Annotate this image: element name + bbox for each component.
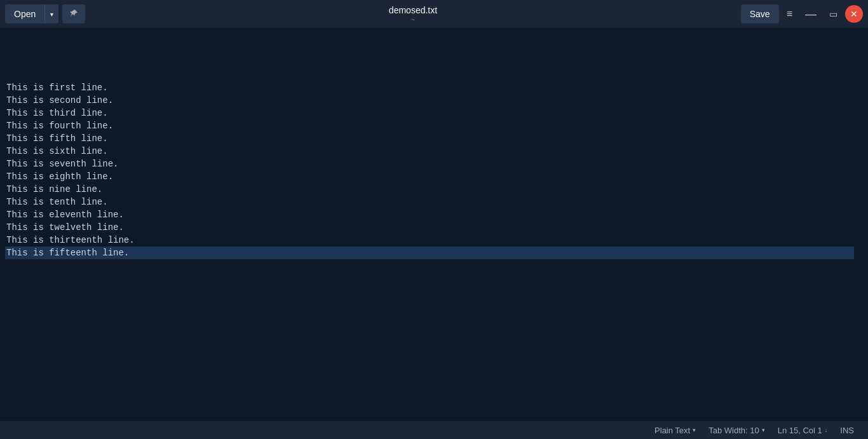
open-dropdown-button[interactable]: ▾ [44, 4, 58, 24]
window-subtitle: ~ [85, 17, 740, 24]
pin-button[interactable] [62, 4, 85, 24]
editor-line: This is second line. [5, 94, 854, 107]
tab-width-selector[interactable]: Tab Width: 10 ▾ [702, 421, 771, 439]
window-title: demosed.txt [389, 5, 437, 15]
menu-button[interactable]: ≡ [782, 4, 797, 24]
minimize-button[interactable]: — [800, 4, 822, 24]
open-button[interactable]: Open [5, 4, 44, 24]
cursor-position-label: Ln 15, Col 1 [778, 426, 822, 435]
plain-text-chevron-icon: ▾ [693, 427, 696, 433]
scrollbar[interactable] [859, 28, 868, 421]
editor-line: This is seventh line. [5, 158, 854, 170]
editor-line: This is first line. [5, 81, 854, 94]
close-button[interactable]: ✕ [845, 5, 863, 23]
maximize-button[interactable]: ▭ [824, 4, 843, 24]
plain-text-selector[interactable]: Plain Text ▾ [648, 421, 702, 439]
editor-line: This is tenth line. [5, 196, 854, 208]
cursor-position[interactable]: Ln 15, Col 1 ↓ [771, 421, 834, 439]
editor-line: This is eighth line. [5, 170, 854, 183]
text-editor[interactable]: This is first line.This is second line.T… [0, 28, 859, 421]
ins-mode-label: INS [834, 426, 860, 435]
save-button[interactable]: Save [741, 4, 779, 24]
editor-line: This is third line. [5, 107, 854, 119]
plain-text-label: Plain Text [654, 426, 690, 435]
editor-line: This is fifteenth line. [5, 247, 854, 259]
editor-line: This is fifth line. [5, 132, 854, 145]
title-center: demosed.txt ~ [85, 5, 740, 24]
editor-line: This is thirteenth line. [5, 234, 854, 247]
tab-width-chevron-icon: ▾ [762, 427, 765, 433]
window-controls: Save ≡ — ▭ ✕ [741, 4, 863, 24]
status-bar: Plain Text ▾ Tab Width: 10 ▾ Ln 15, Col … [0, 421, 868, 439]
title-bar: Open ▾ demosed.txt ~ Save ≡ — ▭ ✕ [0, 0, 868, 28]
editor-line: This is twelveth line. [5, 221, 854, 234]
editor-line: This is sixth line. [5, 145, 854, 158]
editor-lines: This is first line.This is second line.T… [5, 56, 854, 272]
editor-line [5, 259, 854, 272]
tab-width-label: Tab Width: 10 [709, 426, 759, 435]
open-button-group: Open ▾ [5, 4, 58, 24]
editor-line: This is fourth line. [5, 119, 854, 132]
editor-line: This is eleventh line. [5, 208, 854, 221]
editor-container: This is first line.This is second line.T… [0, 28, 868, 421]
cursor-down-icon: ↓ [825, 427, 828, 433]
editor-line: This is nine line. [5, 183, 854, 196]
